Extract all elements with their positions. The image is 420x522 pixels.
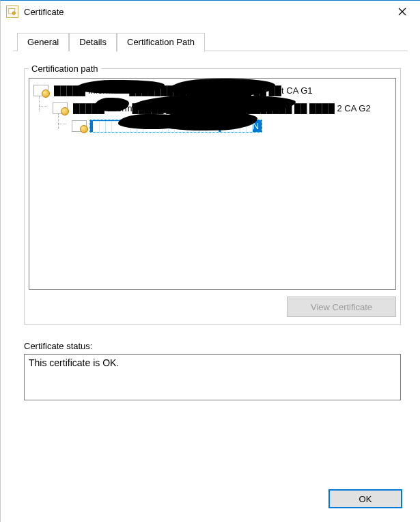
certificate-status-label: Certificate status:	[24, 341, 401, 351]
certificate-icon	[72, 120, 87, 132]
certification-path-legend: Certification path	[29, 64, 101, 74]
certificate-status-box: This certificate is OK.	[24, 354, 401, 400]
certificate-icon	[6, 5, 18, 18]
close-button[interactable]	[387, 1, 417, 22]
certificate-tree[interactable]: █████ Informatik ██████████████ █████ ██…	[29, 78, 396, 290]
tab-details[interactable]: Details	[69, 33, 117, 51]
certificate-icon	[33, 84, 48, 96]
tab-strip: General Details Certification Path	[1, 23, 420, 51]
certificate-status-value: This certificate is OK.	[29, 357, 119, 368]
title-bar: Certificate	[1, 1, 420, 23]
view-certificate-row: View Certificate	[29, 297, 396, 317]
ok-button-row: OK	[328, 489, 402, 508]
tab-content: Certification path █████ Informatik ████…	[1, 51, 420, 406]
window-title: Certificate	[24, 7, 387, 17]
svg-point-1	[12, 12, 16, 15]
view-certificate-button: View Certificate	[287, 297, 396, 317]
close-icon	[398, 8, 406, 16]
certificate-icon	[53, 102, 68, 114]
certification-path-group: Certification path █████ Informatik ████…	[24, 64, 401, 325]
ok-button[interactable]: OK	[328, 489, 402, 508]
tab-certification-path[interactable]: Certification Path	[117, 33, 205, 52]
tab-general[interactable]: General	[17, 33, 69, 51]
